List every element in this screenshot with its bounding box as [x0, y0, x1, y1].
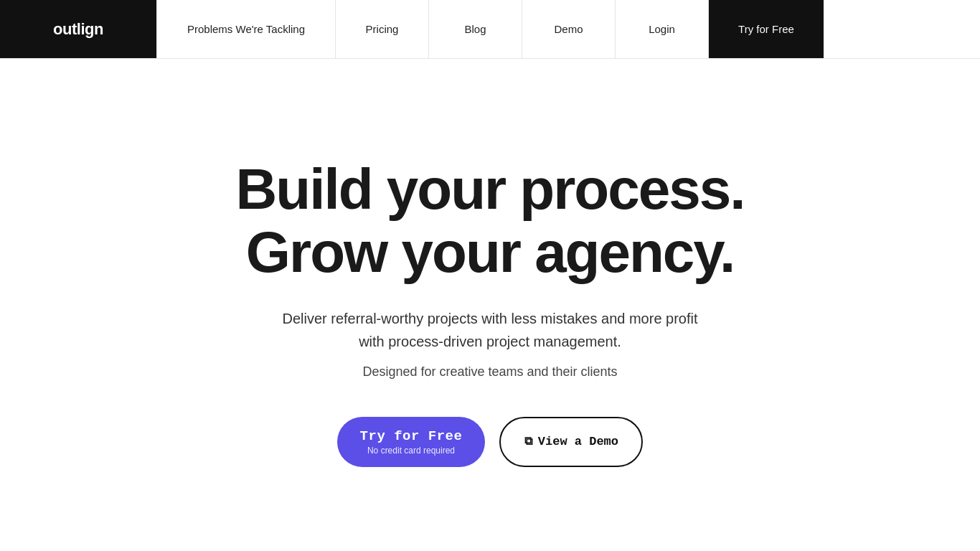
nav-cta-button[interactable]: Try for Free — [709, 0, 824, 58]
nav-item-problems[interactable]: Problems We're Tackling — [156, 0, 336, 58]
brand-logo[interactable]: outlign — [53, 20, 103, 39]
try-free-sublabel: No credit card required — [367, 446, 455, 456]
nav-item-demo[interactable]: Demo — [522, 0, 616, 58]
hero-subheadline: Deliver referral-worthy projects with le… — [268, 307, 712, 353]
try-free-button[interactable]: Try for Free No credit card required — [337, 417, 486, 467]
nav-item-blog[interactable]: Blog — [429, 0, 522, 58]
view-demo-label: View a Demo — [538, 435, 618, 448]
hero-tagline: Designed for creative teams and their cl… — [362, 364, 617, 380]
try-free-label: Try for Free — [360, 428, 463, 444]
hero-section: Build your process. Grow your agency. De… — [0, 59, 980, 551]
external-link-icon: ⧉ — [524, 435, 532, 448]
nav-item-pricing[interactable]: Pricing — [336, 0, 429, 58]
view-demo-button[interactable]: ⧉ View a Demo — [499, 417, 643, 467]
navbar: outlign Problems We're Tackling Pricing … — [0, 0, 980, 59]
hero-cta-group: Try for Free No credit card required ⧉ V… — [337, 417, 644, 467]
nav-item-login[interactable]: Login — [616, 0, 709, 58]
nav-links: Problems We're Tackling Pricing Blog Dem… — [156, 0, 980, 58]
logo-wrapper: outlign — [0, 0, 156, 58]
hero-headline: Build your process. Grow your agency. — [236, 158, 745, 284]
